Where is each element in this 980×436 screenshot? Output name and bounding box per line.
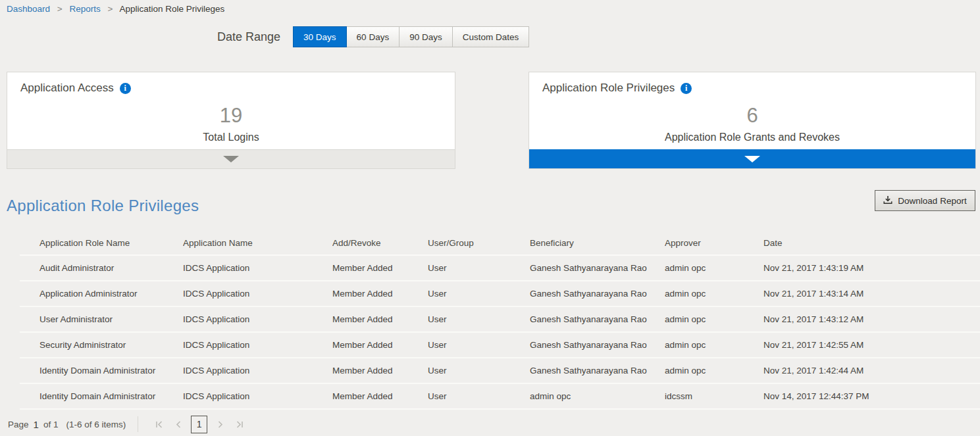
page-1-button[interactable]: 1	[191, 416, 207, 433]
download-report-label: Download Report	[898, 196, 966, 206]
last-page-button[interactable]	[230, 414, 249, 434]
grants-revokes-caption: Application Role Grants and Revokes	[529, 132, 975, 143]
current-page-number: 1	[34, 419, 39, 430]
application-role-privileges-card-title: Application Role Privileges	[542, 82, 675, 95]
chevron-left-icon	[174, 420, 183, 429]
application-role-privileges-expand-toggle[interactable]	[529, 149, 975, 168]
report-section-title: Application Role Privileges	[7, 197, 199, 215]
application-role-privileges-card: Application Role Privileges i 6 Applicat…	[529, 72, 976, 169]
page-of-label: of 1	[43, 420, 59, 429]
items-range-label: (1-6 of 6 items)	[66, 420, 126, 429]
application-access-expand-toggle[interactable]	[7, 149, 455, 168]
table-row[interactable]: Identity Domain Administrator IDCS Appli…	[20, 383, 980, 409]
chevron-down-icon	[744, 156, 760, 162]
breadcrumb: Dashboard > Reports > Application Role P…	[7, 4, 224, 14]
chevron-right-icon	[216, 420, 224, 429]
table-header-row: Application Role Name Application Name A…	[20, 231, 980, 255]
breadcrumb-current-page: Application Role Privileges	[119, 4, 224, 14]
page-label: Page	[8, 420, 29, 429]
breadcrumb-link-dashboard[interactable]: Dashboard	[7, 4, 50, 14]
table-row[interactable]: Security Administrator IDCS Application …	[20, 332, 980, 358]
first-page-icon	[155, 420, 163, 429]
download-icon	[883, 195, 892, 206]
info-icon[interactable]: i	[681, 83, 692, 94]
application-access-card-title: Application Access	[20, 82, 114, 95]
col-user-group: User/Group	[428, 231, 530, 255]
pagination-divider	[138, 416, 138, 432]
report-table: Application Role Name Application Name A…	[20, 231, 980, 410]
table-row[interactable]: User Administrator IDCS Application Memb…	[20, 306, 980, 332]
total-logins-caption: Total Logins	[7, 132, 455, 143]
date-range-selector: Date Range 30 Days 60 Days 90 Days Custo…	[217, 26, 529, 47]
col-application-role-name: Application Role Name	[20, 231, 183, 255]
col-application-name: Application Name	[183, 231, 332, 255]
application-access-card: Application Access i 19 Total Logins	[7, 72, 455, 169]
breadcrumb-separator: >	[108, 4, 113, 14]
first-page-button[interactable]	[149, 414, 168, 434]
last-page-icon	[236, 420, 244, 429]
grants-revokes-value: 6	[529, 104, 975, 128]
col-beneficiary: Beneficiary	[530, 231, 665, 255]
chevron-down-icon	[223, 156, 239, 162]
download-report-button[interactable]: Download Report	[875, 190, 975, 211]
table-row[interactable]: Application Administrator IDCS Applicati…	[20, 281, 980, 306]
pagination-bar: Page 1 of 1 (1-6 of 6 items) 1	[0, 412, 980, 436]
breadcrumb-separator: >	[57, 4, 63, 14]
col-date: Date	[763, 231, 980, 255]
date-range-label: Date Range	[217, 30, 280, 44]
breadcrumb-link-reports[interactable]: Reports	[69, 4, 100, 14]
table-row[interactable]: Audit Administrator IDCS Application Mem…	[20, 255, 980, 281]
info-icon[interactable]: i	[120, 83, 131, 94]
date-range-90-days-button[interactable]: 90 Days	[399, 26, 453, 47]
date-range-30-days-button[interactable]: 30 Days	[293, 26, 347, 47]
date-range-60-days-button[interactable]: 60 Days	[346, 26, 400, 47]
col-add-revoke: Add/Revoke	[332, 231, 428, 255]
table-row[interactable]: Identity Domain Administrator IDCS Appli…	[20, 358, 980, 383]
total-logins-value: 19	[7, 104, 455, 128]
previous-page-button[interactable]	[168, 414, 188, 434]
col-approver: Approver	[665, 231, 763, 255]
next-page-button[interactable]	[210, 414, 230, 434]
date-range-custom-dates-button[interactable]: Custom Dates	[452, 26, 530, 47]
